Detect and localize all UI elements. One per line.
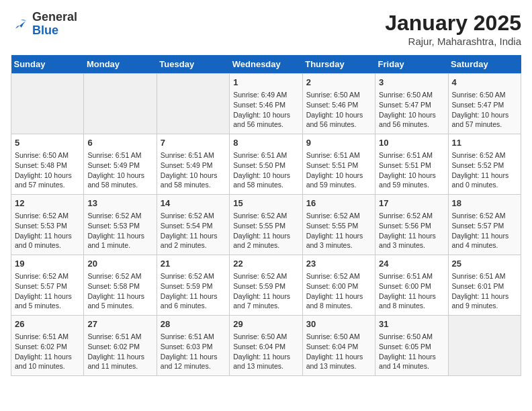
- calendar-cell: 7Sunrise: 6:51 AMSunset: 5:49 PMDaylight…: [157, 134, 229, 195]
- calendar-cell: 8Sunrise: 6:51 AMSunset: 5:50 PMDaylight…: [230, 134, 302, 195]
- cell-info: Sunrise: 6:52 AMSunset: 5:57 PMDaylight:…: [452, 211, 517, 250]
- day-number: 11: [452, 137, 517, 149]
- day-number: 30: [306, 318, 371, 330]
- logo-blue-text: Blue: [32, 24, 58, 37]
- calendar-cell: 3Sunrise: 6:50 AMSunset: 5:47 PMDaylight…: [375, 74, 448, 134]
- day-number: 1: [233, 77, 298, 89]
- day-number: 20: [87, 258, 152, 270]
- day-number: 31: [379, 318, 444, 330]
- calendar-table: SundayMondayTuesdayWednesdayThursdayFrid…: [11, 55, 521, 376]
- calendar-cell: 17Sunrise: 6:52 AMSunset: 5:56 PMDayligh…: [375, 195, 448, 255]
- cell-info: Sunrise: 6:52 AMSunset: 5:56 PMDaylight:…: [379, 211, 444, 250]
- calendar-cell: 25Sunrise: 6:51 AMSunset: 6:01 PMDayligh…: [448, 255, 521, 316]
- cell-info: Sunrise: 6:52 AMSunset: 5:59 PMDaylight:…: [161, 271, 226, 311]
- cell-info: Sunrise: 6:51 AMSunset: 5:51 PMDaylight:…: [306, 150, 371, 190]
- month-title: January 2025: [385, 11, 521, 36]
- cell-info: Sunrise: 6:51 AMSunset: 5:49 PMDaylight:…: [87, 150, 152, 190]
- calendar-cell: 10Sunrise: 6:51 AMSunset: 5:51 PMDayligh…: [375, 134, 448, 195]
- calendar-cell: 23Sunrise: 6:52 AMSunset: 6:00 PMDayligh…: [302, 255, 375, 316]
- day-number: 23: [306, 258, 371, 270]
- calendar-cell: 31Sunrise: 6:50 AMSunset: 6:05 PMDayligh…: [375, 316, 448, 376]
- calendar-week-row: 5Sunrise: 6:50 AMSunset: 5:48 PMDaylight…: [11, 134, 521, 195]
- calendar-cell: 26Sunrise: 6:51 AMSunset: 6:02 PMDayligh…: [11, 316, 84, 376]
- logo-general-text: General: [32, 10, 77, 24]
- day-number: 12: [15, 197, 80, 210]
- cell-info: Sunrise: 6:52 AMSunset: 5:55 PMDaylight:…: [306, 211, 371, 250]
- day-number: 4: [452, 77, 517, 89]
- cell-info: Sunrise: 6:52 AMSunset: 6:00 PMDaylight:…: [306, 271, 371, 311]
- day-number: 28: [161, 318, 226, 330]
- day-number: 26: [15, 318, 80, 330]
- day-number: 2: [306, 77, 371, 89]
- calendar-cell: [11, 74, 84, 134]
- cell-info: Sunrise: 6:52 AMSunset: 5:54 PMDaylight:…: [161, 211, 226, 250]
- day-number: 19: [15, 258, 80, 270]
- calendar-cell: [448, 316, 521, 376]
- logo: General Blue: [11, 11, 77, 38]
- weekday-header-row: SundayMondayTuesdayWednesdayThursdayFrid…: [11, 55, 521, 74]
- page-header: General Blue January 2025 Rajur, Maharas…: [11, 11, 521, 47]
- cell-info: Sunrise: 6:52 AMSunset: 5:57 PMDaylight:…: [15, 271, 80, 311]
- cell-info: Sunrise: 6:51 AMSunset: 6:00 PMDaylight:…: [379, 271, 444, 311]
- calendar-week-row: 19Sunrise: 6:52 AMSunset: 5:57 PMDayligh…: [11, 255, 521, 316]
- day-number: 17: [379, 197, 444, 210]
- calendar-cell: 6Sunrise: 6:51 AMSunset: 5:49 PMDaylight…: [84, 134, 157, 195]
- day-number: 7: [161, 137, 226, 149]
- weekday-header: Sunday: [11, 55, 84, 74]
- calendar-week-row: 1Sunrise: 6:49 AMSunset: 5:46 PMDaylight…: [11, 74, 521, 134]
- day-number: 9: [306, 137, 371, 149]
- cell-info: Sunrise: 6:50 AMSunset: 5:47 PMDaylight:…: [379, 90, 444, 130]
- cell-info: Sunrise: 6:52 AMSunset: 5:55 PMDaylight:…: [233, 211, 298, 250]
- day-number: 27: [87, 318, 152, 330]
- calendar-cell: 29Sunrise: 6:50 AMSunset: 6:04 PMDayligh…: [230, 316, 302, 376]
- day-number: 16: [306, 197, 371, 210]
- cell-info: Sunrise: 6:50 AMSunset: 5:48 PMDaylight:…: [15, 150, 80, 190]
- calendar-cell: 20Sunrise: 6:52 AMSunset: 5:58 PMDayligh…: [84, 255, 157, 316]
- calendar-cell: 30Sunrise: 6:50 AMSunset: 6:04 PMDayligh…: [302, 316, 375, 376]
- cell-info: Sunrise: 6:51 AMSunset: 5:50 PMDaylight:…: [233, 150, 298, 190]
- day-number: 18: [452, 197, 517, 210]
- cell-info: Sunrise: 6:50 AMSunset: 6:04 PMDaylight:…: [306, 332, 371, 371]
- cell-info: Sunrise: 6:51 AMSunset: 6:03 PMDaylight:…: [161, 332, 226, 371]
- day-number: 15: [233, 197, 298, 210]
- calendar-cell: 15Sunrise: 6:52 AMSunset: 5:55 PMDayligh…: [230, 195, 302, 255]
- cell-info: Sunrise: 6:51 AMSunset: 6:02 PMDaylight:…: [87, 332, 152, 371]
- cell-info: Sunrise: 6:52 AMSunset: 5:53 PMDaylight:…: [15, 211, 80, 250]
- cell-info: Sunrise: 6:51 AMSunset: 6:01 PMDaylight:…: [452, 271, 517, 311]
- cell-info: Sunrise: 6:49 AMSunset: 5:46 PMDaylight:…: [233, 90, 298, 130]
- day-number: 5: [15, 137, 80, 149]
- calendar-cell: 4Sunrise: 6:50 AMSunset: 5:47 PMDaylight…: [448, 74, 521, 134]
- cell-info: Sunrise: 6:52 AMSunset: 5:53 PMDaylight:…: [87, 211, 152, 250]
- weekday-header: Monday: [84, 55, 157, 74]
- calendar-cell: 11Sunrise: 6:52 AMSunset: 5:52 PMDayligh…: [448, 134, 521, 195]
- day-number: 13: [87, 197, 152, 210]
- day-number: 24: [379, 258, 444, 270]
- calendar-cell: 1Sunrise: 6:49 AMSunset: 5:46 PMDaylight…: [230, 74, 302, 134]
- weekday-header: Wednesday: [230, 55, 302, 74]
- cell-info: Sunrise: 6:52 AMSunset: 5:52 PMDaylight:…: [452, 150, 517, 190]
- calendar-cell: 21Sunrise: 6:52 AMSunset: 5:59 PMDayligh…: [157, 255, 229, 316]
- logo-icon: [11, 15, 30, 34]
- cell-info: Sunrise: 6:50 AMSunset: 6:04 PMDaylight:…: [233, 332, 298, 371]
- weekday-header: Friday: [375, 55, 448, 74]
- day-number: 22: [233, 258, 298, 270]
- day-number: 21: [161, 258, 226, 270]
- calendar-cell: 24Sunrise: 6:51 AMSunset: 6:00 PMDayligh…: [375, 255, 448, 316]
- cell-info: Sunrise: 6:51 AMSunset: 5:51 PMDaylight:…: [379, 150, 444, 190]
- day-number: 10: [379, 137, 444, 149]
- cell-info: Sunrise: 6:50 AMSunset: 5:46 PMDaylight:…: [306, 90, 371, 130]
- calendar-cell: 13Sunrise: 6:52 AMSunset: 5:53 PMDayligh…: [84, 195, 157, 255]
- calendar-cell: [84, 74, 157, 134]
- day-number: 29: [233, 318, 298, 330]
- cell-info: Sunrise: 6:51 AMSunset: 6:02 PMDaylight:…: [15, 332, 80, 371]
- cell-info: Sunrise: 6:52 AMSunset: 5:59 PMDaylight:…: [233, 271, 298, 311]
- calendar-cell: [157, 74, 229, 134]
- title-block: January 2025 Rajur, Maharashtra, India: [385, 11, 521, 47]
- calendar-cell: 27Sunrise: 6:51 AMSunset: 6:02 PMDayligh…: [84, 316, 157, 376]
- day-number: 3: [379, 77, 444, 89]
- weekday-header: Saturday: [448, 55, 521, 74]
- day-number: 14: [161, 197, 226, 210]
- calendar-cell: 22Sunrise: 6:52 AMSunset: 5:59 PMDayligh…: [230, 255, 302, 316]
- location: Rajur, Maharashtra, India: [385, 36, 521, 47]
- weekday-header: Tuesday: [157, 55, 229, 74]
